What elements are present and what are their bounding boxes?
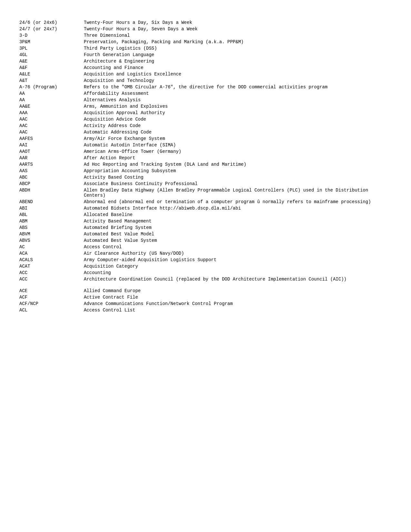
glossary-row: AAOTAmerican Arms-Office Tower (Germany) [19,148,392,155]
abbreviation: 24/7 (or 24x7) [19,26,84,32]
abbreviation: ABDH [19,187,84,199]
glossary-row: 3P&MPreservation, Packaging, Packing and… [19,39,392,45]
definition: Automated Best Value Model [84,231,392,237]
abbreviation: AA&E [19,103,84,110]
definition: Ad Hoc Reporting and Tracking System (DL… [84,161,392,168]
abbreviation: ACF/NCP [19,300,84,307]
definition: Allen Bradley Data Highway (Allen Bradle… [84,187,392,199]
abbreviation: A&F [19,64,84,71]
abbreviation: ACF [19,294,84,300]
glossary-row: ABMActivity Based Management [19,218,392,224]
definition: Twenty-Four Hours a Day, Six Days a Week [84,19,392,26]
abbreviation: AAA [19,110,84,116]
abbreviation: AAC [19,129,84,135]
abbreviation: ACA [19,250,84,257]
glossary-row: ACALSArmy Computer-aided Acquisition Log… [19,257,392,263]
definition: Automated Best Value System [84,237,392,244]
definition: Active Contract File [84,294,392,300]
definition: Accounting and Finance [84,64,392,71]
abbreviation: AAR [19,155,84,161]
glossary-row: ACAccess Control [19,244,392,250]
glossary-row: AA&EArms, Ammunition and Explosives [19,103,392,110]
abbreviation: ABC [19,174,84,181]
spacer-row [19,282,392,288]
glossary-row: ABCPAssociate Business Continuity Profes… [19,181,392,187]
definition: Accounting [84,270,392,276]
abbreviation: ACC [19,276,84,282]
abbreviation: ABM [19,218,84,224]
definition: Air Clearance Authority (US Navy/DOD) [84,250,392,257]
glossary-row: 3-DThree Dimensional [19,32,392,39]
glossary-row: ACEAllied Command Europe [19,288,392,294]
glossary-row: AARTSAd Hoc Reporting and Tracking Syste… [19,161,392,168]
abbreviation: ABI [19,205,84,212]
glossary-row: ACF/NCPAdvance Communications Function/N… [19,300,392,307]
abbreviation: ACE [19,288,84,294]
definition: Acquisition Advice Code [84,116,392,123]
abbreviation: AA [19,90,84,97]
definition: Arms, Ammunition and Explosives [84,103,392,110]
definition: Appropriation Accounting Subsystem [84,168,392,174]
definition: Army Computer-aided Acquisition Logistic… [84,257,392,263]
glossary-row: AAIAutomatic Autodin Interface (SIMA) [19,142,392,148]
definition: Automated Bidsets Interface http://abiwe… [84,205,392,212]
definition: Acquisition Category [84,263,392,270]
glossary-row: AAAAcquisition Approval Authority [19,110,392,116]
definition: Associate Business Continuity Profession… [84,181,392,187]
glossary-row: 24/6 (or 24x6)Twenty-Four Hours a Day, S… [19,19,392,26]
definition: Refers to the "OMB Circular A-76", the d… [84,84,392,90]
definition: Activity Address Code [84,123,392,129]
glossary-row: AACActivity Address Code [19,123,392,129]
definition: Automatic Addressing Code [84,129,392,135]
glossary-row: 24/7 (or 24x7)Twenty-Four Hours a Day, S… [19,26,392,32]
glossary-row: AASAppropriation Accounting Subsystem [19,168,392,174]
definition: Army/Air Force Exchange System [84,135,392,142]
definition: Access Control List [84,307,392,313]
abbreviation: A&T [19,77,84,84]
abbreviation: ABCP [19,181,84,187]
abbreviation: AAI [19,142,84,148]
definition: Advance Communications Function/Network … [84,300,392,307]
definition: Automated Briefing System [84,224,392,231]
definition: Automatic Autodin Interface (SIMA) [84,142,392,148]
definition: Fourth Generation Language [84,52,392,58]
glossary-row: ABVSAutomated Best Value System [19,237,392,244]
glossary-row: AAAlternatives Analysis [19,97,392,103]
definition: Acquisition and Technology [84,77,392,84]
glossary-row: A-76 (Program)Refers to the "OMB Circula… [19,84,392,90]
glossary-row: ABCActivity Based Costing [19,174,392,181]
glossary-row: ACLAccess Control List [19,307,392,313]
definition: Three Dimensional [84,32,392,39]
definition: Alternatives Analysis [84,97,392,103]
definition: After Action Report [84,155,392,161]
abbreviation: A-76 (Program) [19,84,84,90]
glossary-row: ABLAllocated Baseline [19,212,392,218]
abbreviation: AAS [19,168,84,174]
abbreviation: ACL [19,307,84,313]
abbreviation: AAC [19,116,84,123]
glossary-row: AAFESArmy/Air Force Exchange System [19,135,392,142]
glossary-row: A&TAcquisition and Technology [19,77,392,84]
glossary-row: AARAfter Action Report [19,155,392,161]
glossary-row: ACATAcquisition Category [19,263,392,270]
glossary-row: ACAAir Clearance Authority (US Navy/DOD) [19,250,392,257]
abbreviation: ABVM [19,231,84,237]
definition: Activity Based Management [84,218,392,224]
glossary-row: ACCAccounting [19,270,392,276]
abbreviation: AC [19,244,84,250]
glossary-table: 24/6 (or 24x6)Twenty-Four Hours a Day, S… [19,19,392,313]
definition: Architecture Coordination Council (repla… [84,276,392,282]
definition: Abnormal end (abnormal end or terminatio… [84,199,392,205]
definition: Allocated Baseline [84,212,392,218]
abbreviation: 3-D [19,32,84,39]
abbreviation: 4GL [19,52,84,58]
abbreviation: AAC [19,123,84,129]
abbreviation: 3PL [19,45,84,52]
definition: Affordability Assessment [84,90,392,97]
glossary-row: AACAcquisition Advice Code [19,116,392,123]
definition: Acquisition Approval Authority [84,110,392,116]
abbreviation: ABL [19,212,84,218]
glossary-row: 3PLThird Party Logistics (DSS) [19,45,392,52]
definition: Acquisition and Logistics Excellence [84,71,392,77]
abbreviation: ACALS [19,257,84,263]
